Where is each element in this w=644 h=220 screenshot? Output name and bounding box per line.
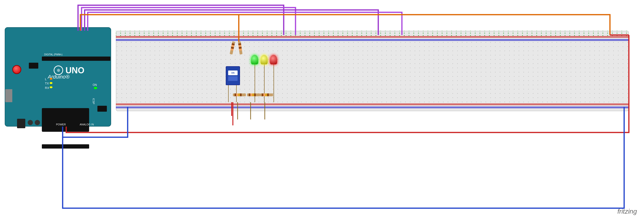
arduino-logo: ⊕ — [54, 66, 63, 75]
dip-switch[interactable]: ON — [226, 66, 240, 85]
icsp-label: ICSP — [92, 98, 95, 104]
rail-bottom-blue — [116, 106, 629, 108]
l-led — [50, 78, 52, 80]
rail-top-blue — [116, 39, 629, 41]
main-canvas: ⊕ UNO Arduino® TX RX L ON ICSP POWER ANA… — [0, 0, 644, 220]
led-green — [251, 55, 258, 64]
capacitor-1 — [28, 120, 33, 125]
l-label: L — [45, 77, 46, 81]
tx-label: TX — [45, 82, 49, 85]
rx-led — [50, 86, 52, 88]
dip-on-text: ON — [231, 72, 234, 74]
blue-wire-return — [63, 107, 624, 208]
resistor-bottom-3 — [260, 93, 273, 96]
breadboard-main-dots — [116, 42, 629, 102]
breadboard-top-rail-dots — [116, 31, 629, 36]
analog-label: ANALOG IN — [80, 123, 94, 126]
led-red — [270, 55, 277, 64]
rx-label: RX — [45, 86, 49, 90]
digital-pin-header — [42, 57, 110, 61]
analog-pin-header — [42, 144, 89, 149]
on-led — [94, 87, 97, 89]
icsp1-header — [29, 63, 38, 69]
fritzing-watermark: fritzing — [618, 208, 637, 215]
resistor-bottom-2 — [247, 93, 260, 96]
resistor-bottom-1 — [233, 93, 246, 96]
arduino-board: ⊕ UNO Arduino® TX RX L ON ICSP POWER ANA… — [5, 27, 111, 127]
power-label: POWER — [56, 123, 66, 126]
rail-bottom-red — [116, 103, 629, 105]
reset-button[interactable] — [12, 65, 21, 74]
arduino-main-chip — [42, 108, 89, 132]
power-jack — [17, 119, 25, 128]
led-yellow — [260, 55, 268, 64]
usb-connector — [5, 89, 12, 102]
digital-label: DIGITAL (PWM≈) — [44, 53, 62, 56]
tx-led — [50, 82, 52, 84]
rail-top-red — [116, 36, 629, 38]
on-indicator-label: ON — [93, 83, 97, 87]
capacitor-2 — [35, 120, 40, 125]
icsp2-header — [98, 106, 107, 112]
